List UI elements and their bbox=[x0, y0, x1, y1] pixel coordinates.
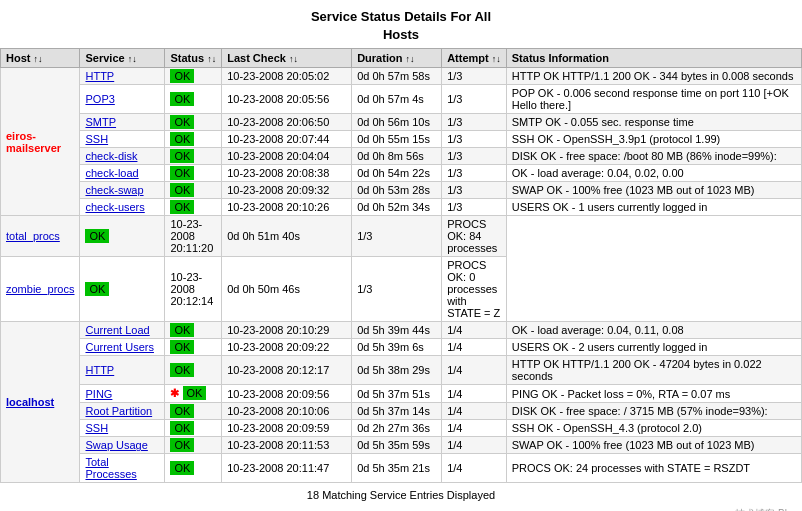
status-cell: OK bbox=[165, 420, 222, 437]
service-link[interactable]: check-load bbox=[85, 167, 138, 179]
attempt-cell: 1/3 bbox=[352, 257, 442, 322]
status-badge: OK bbox=[183, 386, 207, 400]
service-link[interactable]: SSH bbox=[85, 422, 108, 434]
status-badge: OK bbox=[170, 92, 194, 106]
info-cell: HTTP OK HTTP/1.1 200 OK - 344 bytes in 0… bbox=[506, 68, 801, 85]
host-link[interactable]: localhost bbox=[6, 396, 54, 408]
service-cell: check-swap bbox=[80, 182, 165, 199]
host-cell: eiros-mailserver bbox=[1, 68, 80, 216]
status-sort-icon[interactable]: ↑↓ bbox=[207, 54, 216, 64]
duration-cell: 0d 0h 57m 4s bbox=[352, 85, 442, 114]
warning-icon: ✱ bbox=[170, 387, 182, 399]
service-link[interactable]: total_procs bbox=[6, 230, 60, 242]
duration-cell: 0d 5h 35m 59s bbox=[352, 437, 442, 454]
info-cell: DISK OK - free space: / 3715 MB (57% ino… bbox=[506, 403, 801, 420]
duration-cell: 0d 0h 53m 28s bbox=[352, 182, 442, 199]
status-badge: OK bbox=[170, 461, 194, 475]
status-badge: OK bbox=[170, 69, 194, 83]
service-link[interactable]: HTTP bbox=[85, 364, 114, 376]
lastcheck-cell: 10-23-2008 20:11:47 bbox=[222, 454, 352, 483]
footer-text: 18 Matching Service Entries Displayed bbox=[0, 483, 802, 507]
service-cell: HTTP bbox=[80, 68, 165, 85]
status-cell: OK bbox=[165, 148, 222, 165]
service-cell: Root Partition bbox=[80, 403, 165, 420]
duration-cell: 0d 5h 38m 29s bbox=[352, 356, 442, 385]
duration-cell: 0d 5h 37m 14s bbox=[352, 403, 442, 420]
status-badge: OK bbox=[170, 438, 194, 452]
lastcheck-cell: 10-23-2008 20:09:22 bbox=[222, 339, 352, 356]
attempt-sort-icon[interactable]: ↑↓ bbox=[492, 54, 501, 64]
status-cell: OK bbox=[165, 454, 222, 483]
service-sort-icon[interactable]: ↑↓ bbox=[128, 54, 137, 64]
duration-cell: 0d 0h 8m 56s bbox=[352, 148, 442, 165]
service-link[interactable]: Current Users bbox=[85, 341, 153, 353]
attempt-cell: 1/3 bbox=[442, 131, 507, 148]
attempt-cell: 1/3 bbox=[442, 182, 507, 199]
info-cell: POP OK - 0.006 second response time on p… bbox=[506, 85, 801, 114]
host-sort-icon[interactable]: ↑↓ bbox=[34, 54, 43, 64]
info-cell: OK - load average: 0.04, 0.11, 0.08 bbox=[506, 322, 801, 339]
attempt-cell: 1/3 bbox=[352, 216, 442, 257]
service-link[interactable]: check-swap bbox=[85, 184, 143, 196]
status-cell: OK bbox=[165, 403, 222, 420]
lastcheck-cell: 10-23-2008 20:09:59 bbox=[222, 420, 352, 437]
service-cell: Swap Usage bbox=[80, 437, 165, 454]
attempt-cell: 1/3 bbox=[442, 199, 507, 216]
col-header-info: Status Information bbox=[506, 49, 801, 68]
status-cell: OK bbox=[80, 216, 165, 257]
status-cell: OK bbox=[165, 85, 222, 114]
info-cell: PROCS OK: 84 processes bbox=[442, 216, 507, 257]
lastcheck-sort-icon[interactable]: ↑↓ bbox=[289, 54, 298, 64]
col-header-service: Service ↑↓ bbox=[80, 49, 165, 68]
host-link[interactable]: eiros-mailserver bbox=[6, 130, 61, 154]
service-link[interactable]: Swap Usage bbox=[85, 439, 147, 451]
service-link[interactable]: Current Load bbox=[85, 324, 149, 336]
service-link[interactable]: zombie_procs bbox=[6, 283, 74, 295]
attempt-cell: 1/4 bbox=[442, 322, 507, 339]
service-link[interactable]: HTTP bbox=[85, 70, 114, 82]
status-badge: OK bbox=[170, 166, 194, 180]
status-badge: OK bbox=[170, 340, 194, 354]
service-link[interactable]: Total Processes bbox=[85, 456, 136, 480]
status-badge: OK bbox=[85, 229, 109, 243]
info-cell: HTTP OK HTTP/1.1 200 OK - 47204 bytes in… bbox=[506, 356, 801, 385]
col-header-status: Status ↑↓ bbox=[165, 49, 222, 68]
service-link[interactable]: SSH bbox=[85, 133, 108, 145]
status-cell: OK bbox=[80, 257, 165, 322]
service-cell: total_procs bbox=[1, 216, 80, 257]
service-link[interactable]: check-disk bbox=[85, 150, 137, 162]
attempt-cell: 1/4 bbox=[442, 420, 507, 437]
service-cell: Current Load bbox=[80, 322, 165, 339]
lastcheck-cell: 10-23-2008 20:06:50 bbox=[222, 114, 352, 131]
attempt-cell: 1/3 bbox=[442, 165, 507, 182]
lastcheck-cell: 10-23-2008 20:07:44 bbox=[222, 131, 352, 148]
service-link[interactable]: SMTP bbox=[85, 116, 116, 128]
service-cell: HTTP bbox=[80, 356, 165, 385]
lastcheck-cell: 10-23-2008 20:05:56 bbox=[222, 85, 352, 114]
duration-cell: 0d 0h 55m 15s bbox=[352, 131, 442, 148]
status-badge: OK bbox=[170, 200, 194, 214]
service-link[interactable]: POP3 bbox=[85, 93, 114, 105]
status-badge: OK bbox=[170, 404, 194, 418]
attempt-cell: 1/3 bbox=[442, 114, 507, 131]
service-link[interactable]: PING bbox=[85, 388, 112, 400]
duration-cell: 0d 0h 54m 22s bbox=[352, 165, 442, 182]
service-cell: PING bbox=[80, 385, 165, 403]
info-cell: PING OK - Packet loss = 0%, RTA = 0.07 m… bbox=[506, 385, 801, 403]
attempt-cell: 1/4 bbox=[442, 454, 507, 483]
lastcheck-cell: 10-23-2008 20:04:04 bbox=[222, 148, 352, 165]
status-cell: OK bbox=[165, 356, 222, 385]
service-link[interactable]: check-users bbox=[85, 201, 144, 213]
status-cell: OK bbox=[165, 114, 222, 131]
attempt-cell: 1/3 bbox=[442, 148, 507, 165]
status-badge: OK bbox=[85, 282, 109, 296]
service-link[interactable]: Root Partition bbox=[85, 405, 152, 417]
service-status-table: Host ↑↓ Service ↑↓ Status ↑↓ Last Check … bbox=[0, 48, 802, 483]
status-badge: OK bbox=[170, 183, 194, 197]
col-header-host: Host ↑↓ bbox=[1, 49, 80, 68]
col-header-duration: Duration ↑↓ bbox=[352, 49, 442, 68]
info-cell: OK - load average: 0.04, 0.02, 0.00 bbox=[506, 165, 801, 182]
duration-sort-icon[interactable]: ↑↓ bbox=[405, 54, 414, 64]
lastcheck-cell: 10-23-2008 20:10:06 bbox=[222, 403, 352, 420]
watermark: 技术博客 Blog bbox=[0, 507, 802, 511]
